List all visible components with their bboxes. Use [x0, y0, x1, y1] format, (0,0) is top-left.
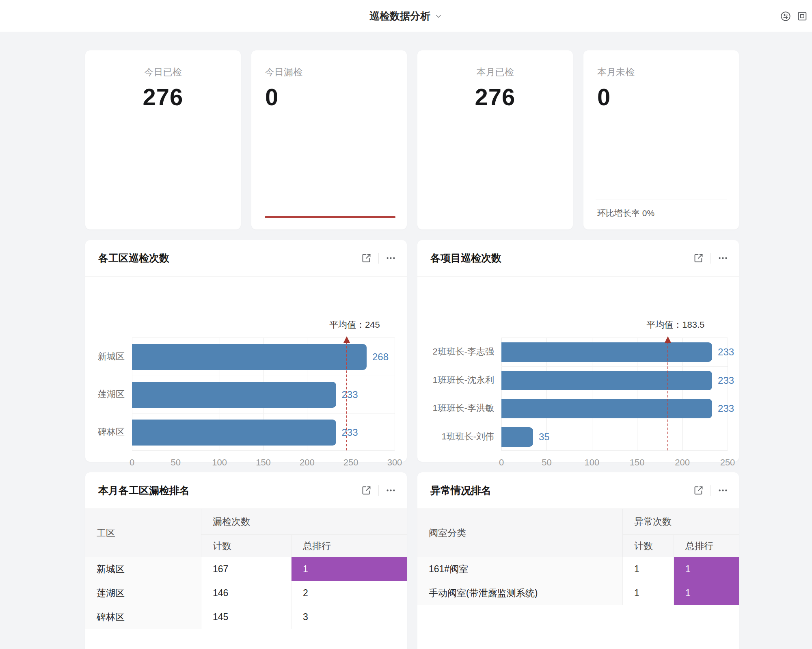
card-actions	[361, 253, 396, 264]
x-tick-label: 300	[378, 457, 411, 468]
card-header: 各项目巡检次数	[417, 240, 739, 277]
card-header: 异常情况排名	[417, 472, 739, 509]
bar[interactable]	[132, 420, 336, 446]
topbar-actions	[780, 0, 808, 32]
frame-icon[interactable]	[797, 11, 808, 22]
cell-count: 167	[201, 557, 292, 581]
cell-name: 莲湖区	[85, 581, 201, 605]
cell-name: 新城区	[85, 557, 201, 581]
card-actions	[361, 485, 396, 496]
cell-name: 手动阀室(带泄露监测系统)	[417, 581, 623, 605]
cell-count: 146	[201, 581, 292, 605]
category-label: 1班班长-李洪敏	[417, 394, 494, 423]
average-value-label: 平均值：183.5	[631, 319, 720, 331]
stat-card-value: 0	[265, 83, 407, 110]
open-in-new-icon[interactable]	[693, 253, 704, 264]
title-dropdown[interactable]: 巡检数据分析	[0, 0, 812, 32]
x-tick-label: 50	[530, 457, 563, 468]
category-label: 新城区	[85, 337, 125, 375]
bar-value-label: 35	[539, 431, 550, 443]
stat-divider	[596, 199, 727, 199]
row-header-cell: 工区	[85, 509, 201, 557]
stat-card: 今日漏检0	[251, 50, 407, 229]
stat-card: 本月未检0环比增长率 0%	[583, 50, 739, 229]
stat-card-value: 276	[85, 83, 241, 110]
chart-plot: 268233233	[132, 337, 395, 451]
x-tick-label: 100	[576, 457, 608, 468]
x-tick-label: 150	[621, 457, 653, 468]
cell-count: 1	[623, 557, 674, 581]
actions-divider	[710, 253, 711, 264]
card-title: 本月各工区漏检排名	[98, 484, 190, 497]
chart-plot: 23323323335	[501, 337, 728, 451]
category-label: 1班班长-刘伟	[417, 422, 494, 451]
stat-card-row: 今日已检276今日漏检0本月已检276本月未检0环比增长率 0%	[85, 50, 739, 229]
x-tick-label: 0	[116, 457, 148, 468]
stat-card-value: 0	[597, 83, 739, 110]
stat-card-label: 本月未检	[597, 66, 739, 78]
cell-name: 161#阀室	[417, 557, 623, 581]
cell-rank: 3	[292, 605, 407, 629]
row-header-cell: 阀室分类	[417, 509, 623, 557]
band-separator-line	[501, 423, 728, 423]
stat-card: 今日已检276	[85, 50, 241, 229]
stat-accent-underline	[265, 216, 395, 218]
table-card: 本月各工区漏检排名工区漏检次数计数总排行新城区1671莲湖区1462碑林区145…	[85, 472, 407, 649]
sub-header-cell-rank: 总排行	[292, 535, 407, 557]
group-header-cell: 异常次数	[623, 509, 739, 535]
open-in-new-icon[interactable]	[361, 253, 372, 264]
bar[interactable]	[501, 342, 712, 362]
card-header: 各工区巡检次数	[85, 240, 407, 277]
x-tick-label: 150	[247, 457, 280, 468]
sub-header-cell-count: 计数	[201, 535, 292, 557]
bar-value-label: 233	[718, 375, 734, 386]
category-label: 碑林区	[85, 413, 125, 451]
category-label: 1班班长-沈永利	[417, 366, 494, 394]
chart-card-row: 各工区巡检次数新城区莲湖区碑林区268233233050100150200250…	[85, 240, 739, 462]
x-tick-label: 250	[335, 457, 367, 468]
chart-body: 新城区莲湖区碑林区268233233050100150200250300平均值：…	[85, 277, 407, 462]
bar[interactable]	[132, 344, 367, 370]
stat-card: 本月已检276	[417, 50, 573, 229]
bar[interactable]	[132, 382, 336, 408]
table-card-row: 本月各工区漏检排名工区漏检次数计数总排行新城区1671莲湖区1462碑林区145…	[85, 472, 739, 649]
stat-card-label: 今日已检	[85, 66, 241, 78]
cell-count: 1	[623, 581, 674, 605]
ellipsis-icon[interactable]	[385, 253, 396, 264]
ellipsis-icon[interactable]	[717, 253, 728, 264]
card-actions	[693, 485, 728, 496]
band-separator-line	[132, 413, 395, 414]
actions-divider	[710, 485, 711, 496]
cell-count: 145	[201, 605, 292, 629]
card-header: 本月各工区漏检排名	[85, 472, 407, 509]
group-header-cell: 漏检次数	[201, 509, 407, 535]
swap-circle-icon[interactable]	[780, 11, 791, 22]
x-tick-label: 100	[203, 457, 236, 468]
average-line	[667, 338, 668, 450]
chart-card: 各工区巡检次数新城区莲湖区碑林区268233233050100150200250…	[85, 240, 407, 462]
bar-value-label: 233	[342, 427, 358, 438]
bar[interactable]	[501, 371, 712, 390]
average-arrow-icon	[665, 336, 671, 343]
bar[interactable]	[501, 427, 533, 447]
chart-card: 各项目巡检次数2班班长-李志强1班班长-沈永利1班班长-李洪敏1班班长-刘伟23…	[417, 240, 739, 462]
stat-card-label: 本月已检	[417, 66, 573, 78]
bar[interactable]	[501, 399, 712, 418]
stat-card-value: 276	[417, 83, 573, 110]
chevron-down-icon	[434, 12, 443, 20]
open-in-new-icon[interactable]	[693, 485, 704, 496]
card-title: 各工区巡检次数	[98, 251, 169, 265]
ellipsis-icon[interactable]	[385, 485, 396, 496]
bar-value-label: 233	[718, 346, 734, 358]
cell-rank: 1	[674, 581, 739, 605]
open-in-new-icon[interactable]	[361, 485, 372, 496]
cell-rank: 1	[292, 557, 407, 581]
ellipsis-icon[interactable]	[717, 485, 728, 496]
stat-card-label: 今日漏检	[265, 66, 407, 78]
cell-rank: 2	[292, 581, 407, 605]
band-separator-line	[501, 395, 728, 395]
x-tick-label: 200	[666, 457, 699, 468]
x-tick-label: 250	[711, 457, 744, 468]
card-title: 各项目巡检次数	[430, 251, 501, 265]
bar-value-label: 268	[372, 351, 389, 363]
